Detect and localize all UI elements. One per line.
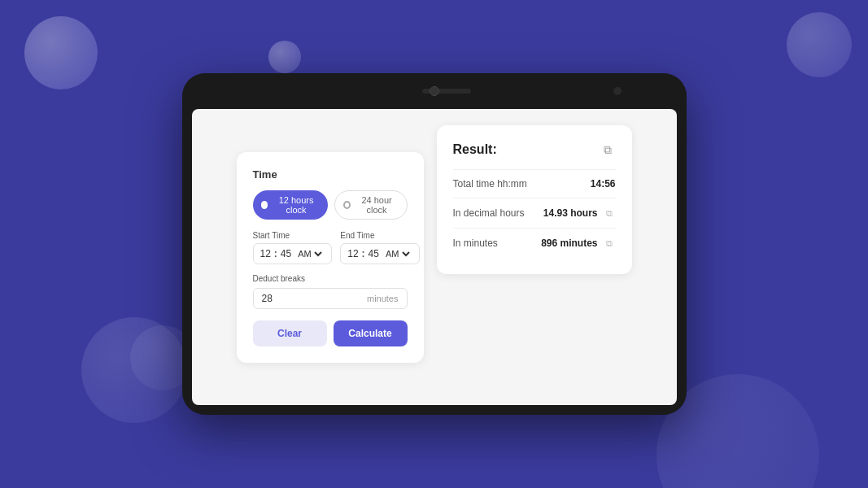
result-title: Result: [453, 142, 497, 157]
decimal-hours-value-wrap: 14.93 hours ⧉ [543, 207, 616, 220]
start-time-label: Start Time [253, 231, 333, 240]
deduct-value: 28 [262, 293, 273, 304]
12-hour-label: 12 hours clock [273, 195, 319, 215]
total-time-label: Total time hh:mm [453, 178, 527, 190]
start-hour: 12 [260, 248, 271, 259]
bubble-decoration-3 [787, 12, 852, 77]
copy-all-icon[interactable]: ⧉ [600, 142, 616, 158]
start-time-group: Start Time 12 : 45 AM PM [253, 231, 333, 264]
end-minute: 45 [369, 248, 379, 259]
minutes-label: In minutes [453, 237, 498, 249]
end-period-select[interactable]: AM PM [382, 248, 412, 259]
radio-dot-24hr [343, 201, 351, 209]
tablet-device: Time 12 hours clock 24 hour clock Start … [182, 73, 687, 415]
start-time-input[interactable]: 12 : 45 AM PM [253, 243, 333, 264]
deduct-breaks-label: Deduct breaks [253, 274, 408, 283]
end-time-group: End Time 12 : 45 AM PM [340, 231, 420, 264]
24-hour-label: 24 hour clock [355, 195, 399, 215]
end-time-input[interactable]: 12 : 45 AM PM [340, 243, 420, 264]
time-fields-row: Start Time 12 : 45 AM PM End Time 12 [253, 231, 408, 264]
bubble-decoration-2 [268, 41, 301, 73]
end-hour: 12 [347, 248, 358, 259]
tablet-screen: Time 12 hours clock 24 hour clock Start … [192, 109, 677, 405]
bubble-decoration-4 [81, 317, 187, 423]
12-hour-clock-button[interactable]: 12 hours clock [253, 190, 328, 220]
result-header: Result: ⧉ [453, 142, 616, 158]
start-period-select[interactable]: AM PM [294, 248, 325, 259]
minutes-value: 896 minutes [541, 237, 597, 249]
total-time-value-wrap: 14:56 [591, 178, 616, 190]
result-row-decimal-hours: In decimal hours 14.93 hours ⧉ [453, 198, 616, 228]
calculate-button[interactable]: Calculate [334, 320, 408, 346]
radio-dot-12hr [261, 201, 268, 209]
end-time-label: End Time [340, 231, 420, 240]
minutes-value-wrap: 896 minutes ⧉ [541, 237, 615, 250]
time-card-title: Time [253, 168, 408, 181]
decimal-hours-label: In decimal hours [453, 207, 525, 219]
time-calculator-card: Time 12 hours clock 24 hour clock Start … [237, 152, 424, 363]
24-hour-clock-button[interactable]: 24 hour clock [334, 190, 408, 220]
tablet-top-bar [182, 73, 687, 109]
tablet-camera [430, 86, 439, 96]
start-sep: : [274, 248, 277, 259]
tablet-right-camera [613, 87, 622, 95]
deduct-input-wrap[interactable]: 28 minutes [253, 288, 408, 309]
copy-decimal-icon[interactable]: ⧉ [603, 207, 616, 220]
total-time-value: 14:56 [591, 178, 616, 190]
clear-button[interactable]: Clear [253, 320, 327, 346]
decimal-hours-value: 14.93 hours [543, 207, 598, 219]
copy-minutes-icon[interactable]: ⧉ [603, 237, 616, 250]
bubble-decoration-1 [24, 16, 98, 89]
card-buttons: Clear Calculate [253, 320, 408, 346]
result-row-minutes: In minutes 896 minutes ⧉ [453, 228, 616, 258]
end-sep: : [362, 248, 365, 259]
result-card: Result: ⧉ Total time hh:mm 14:56 In deci… [437, 125, 632, 274]
deduct-unit: minutes [367, 294, 399, 303]
result-row-total-time: Total time hh:mm 14:56 [453, 169, 616, 198]
clock-toggle-group: 12 hours clock 24 hour clock [253, 190, 408, 220]
start-minute: 45 [281, 248, 291, 259]
